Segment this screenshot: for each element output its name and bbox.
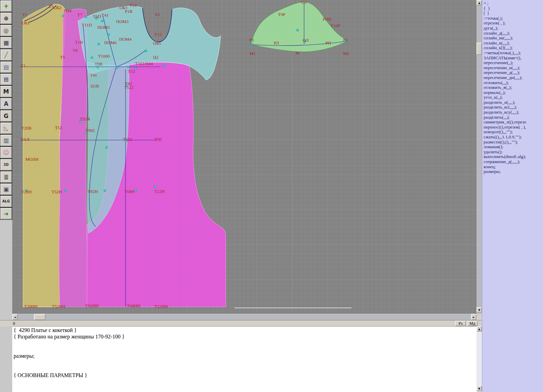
toolbar-spacer: [0, 220, 12, 392]
toolbar-button[interactable]: ⊞: [0, 74, 12, 85]
command-template-item[interactable]: ломаная();: [484, 144, 543, 150]
command-template-item[interactable]: поворот((),,,"");: [484, 130, 543, 135]
command-template-item[interactable]: отложить(,,,);: [484, 80, 543, 85]
command-template-item[interactable]: сжать((),,,1.1,0.9,"");: [484, 135, 543, 140]
command-template-item[interactable]: сопряжение_д(,,,,,);: [484, 159, 543, 164]
editor-line[interactable]: { 4290 Платье с кокеткой }: [14, 327, 476, 334]
command-template-item[interactable]: дуга(,,);: [484, 26, 543, 31]
algorithm-editor[interactable]: { 4290 Платье с кокеткой }{ Разработано …: [12, 326, 476, 392]
toolbar-button[interactable]: ☺: [0, 147, 12, 158]
command-template-item[interactable]: конец;: [484, 164, 543, 170]
editor-line[interactable]: [14, 347, 476, 353]
command-template-item[interactable]: [ ]: [484, 11, 543, 16]
toolbar-button[interactable]: ≣: [0, 171, 12, 183]
toolbar-button[interactable]: ⊕: [0, 13, 12, 24]
scroll-right-button[interactable]: ►: [471, 314, 476, 320]
command-template-item[interactable]: { }: [484, 6, 543, 11]
command-template-item[interactable]: сплайн_кк(,,,,,);: [484, 36, 543, 41]
canvas-hscroll-thumb[interactable]: [34, 314, 45, 320]
editor-scroll-up-button[interactable]: ▲: [476, 326, 482, 332]
left-toolbar: + ⊕ ◎ ▦ ╱ ▤ ⊞: [0, 0, 12, 220]
pattern-cad-window: + ⊕ ◎ ▦ ╱ ▤ ⊞: [0, 0, 543, 392]
command-template-item[interactable]: отложить_в(,,);: [484, 85, 543, 90]
command-template-item[interactable]: сплайн_к[](,,,,);: [484, 45, 543, 51]
rz-button[interactable]: Рз: [455, 321, 466, 326]
scrollbar-corner: [476, 314, 482, 320]
command-template-item[interactable]: перенос((),отрезок( , ),: [484, 125, 543, 130]
editor-line[interactable]: { Разработано на размер женщины 170-92-1…: [14, 334, 476, 340]
toolbar-button[interactable]: ▥: [0, 135, 12, 146]
toolbar-icon: G: [4, 113, 8, 119]
toolbar-button[interactable]: ▣: [0, 183, 12, 195]
toolbar-icon: M: [3, 89, 9, 95]
toolbar-icon: A: [4, 101, 8, 107]
command-template-item[interactable]: разделить_кс(,,,,);: [484, 105, 543, 110]
command-template-item[interactable]: симметрия_л((),отрезо: [484, 120, 543, 125]
toolbar-button[interactable]: ALG: [0, 196, 12, 207]
toolbar-icon: ≣: [4, 174, 8, 180]
toolbar-button[interactable]: ╱: [0, 49, 12, 61]
command-template-item[interactable]: пересечение_д(,,,,);: [484, 70, 543, 75]
editor-scroll-down-button[interactable]: ▼: [476, 386, 482, 391]
command-template-item[interactable]: пересечение(,,);: [484, 60, 543, 65]
scroll-left-button[interactable]: ◄: [12, 314, 18, 320]
command-template-item[interactable]: выполнить(dmod\.alg);: [484, 154, 543, 159]
command-template-item[interactable]: удалить();: [484, 150, 543, 155]
command-template-item[interactable]: сплайн_к(,,,,);: [484, 41, 543, 46]
drawing-canvas[interactable]: Т1ОБ1Т3ОБ2Н44Т7Т6ПТ41ОБ3Т16Р1ВХ1Т11ППОМ5…: [12, 0, 476, 314]
command-template-item[interactable]: :=точка(,);: [484, 16, 543, 21]
toolbar-icon: ▥: [3, 138, 9, 143]
toolbar-button[interactable]: +: [0, 0, 12, 12]
toolbar-button[interactable]: ◎: [0, 25, 12, 36]
command-template-item[interactable]: :=метка(точка(,),,,,);: [484, 51, 543, 56]
toolbar-button[interactable]: ➔: [0, 208, 12, 219]
toolbar-button[interactable]: G: [0, 110, 12, 122]
toolbar-icon: ☺: [3, 150, 9, 156]
toolbar-icon: ⊕: [4, 16, 8, 21]
command-template-item[interactable]: разделить(,,,);: [484, 115, 543, 120]
canvas-vscroll-thumb[interactable]: [476, 43, 482, 55]
command-template-item[interactable]: развести((),(),,,"");: [484, 140, 543, 145]
toolbar-icon: ◺: [4, 125, 8, 131]
toolbar-button[interactable]: ▤: [0, 61, 12, 73]
command-template-item[interactable]: размеры;: [484, 169, 543, 174]
status-row: 0 Рз Мд: [0, 320, 482, 327]
command-template-item[interactable]: разделить_ксу(,,,,);: [484, 110, 543, 115]
toolbar-icon: ▣: [3, 187, 9, 192]
scroll-up-button[interactable]: ▲: [476, 0, 482, 5]
command-template-item[interactable]: = ;: [484, 1, 543, 6]
toolbar-icon: ⊞: [4, 77, 8, 82]
command-template-item[interactable]: сплайн_д(,,,,);: [484, 31, 543, 36]
editor-line[interactable]: [14, 366, 476, 372]
toolbar-icon: ◎: [4, 28, 9, 34]
sleeve-cap-piece[interactable]: [251, 2, 345, 52]
editor-line[interactable]: [14, 359, 476, 366]
command-template-item[interactable]: угол_к(,,);: [484, 95, 543, 100]
command-template-item[interactable]: отрезок( , );: [484, 21, 543, 26]
toolbar-button[interactable]: 3D: [0, 159, 12, 171]
command-template-item[interactable]: ЗАПИСАТЬ(имя=(),: [484, 56, 543, 61]
editor-line[interactable]: [14, 340, 476, 347]
pattern-drawing: [12, 0, 476, 314]
command-template-panel: = ;{ }[ ]:=точка(,);отрезок( , );дуга(,,…: [482, 0, 543, 392]
toolbar-button[interactable]: ◺: [0, 122, 12, 134]
command-template-item[interactable]: пересечение_н(,,,,);: [484, 65, 543, 71]
editor-line[interactable]: размеры;: [14, 353, 476, 359]
toolbar-icon: ➔: [4, 211, 8, 217]
toolbar-button[interactable]: ▦: [0, 37, 12, 48]
command-template-item[interactable]: нормаль(,,);: [484, 90, 543, 95]
toolbar-icon: ▦: [3, 40, 9, 46]
toolbar-button[interactable]: A: [0, 98, 12, 110]
toolbar-icon: ALG: [2, 200, 10, 203]
canvas-vertical-scrollbar: ▲ ▼: [476, 0, 482, 313]
editor-line[interactable]: { ОСНОВНЫЕ ПАРАМЕТРЫ }: [14, 372, 476, 379]
scroll-down-button[interactable]: ▼: [476, 307, 482, 313]
command-template-item[interactable]: пересечение_дн(,,,,);: [484, 75, 543, 80]
md-button[interactable]: Мд: [467, 321, 478, 326]
toolbar-button[interactable]: M: [0, 86, 12, 97]
scroll-position-value: 0: [13, 321, 15, 326]
editor-vertical-scrollbar: ▲ ▼: [476, 326, 482, 392]
toolbar-icon: ▤: [3, 64, 9, 70]
toolbar-icon: +: [4, 3, 8, 9]
command-template-item[interactable]: разделить_н(,,,,);: [484, 100, 543, 105]
